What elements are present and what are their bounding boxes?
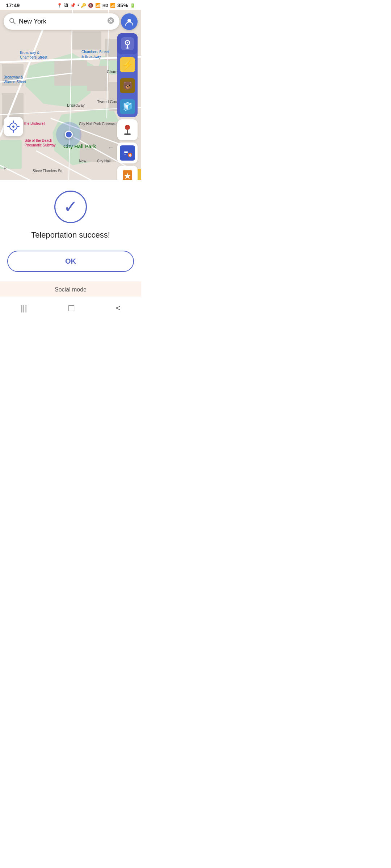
map-label-broadway-chambers: Broadway &Chambers Street <box>20 50 47 60</box>
user-icon <box>125 17 134 26</box>
ok-button[interactable]: OK <box>7 251 134 272</box>
pikachu-button[interactable]: ⚡ <box>117 54 138 75</box>
star-bookmark-icon <box>121 169 134 180</box>
svg-point-32 <box>126 47 129 49</box>
dot-status-icon: • <box>77 3 79 8</box>
location-status-icon: 📍 <box>57 3 62 8</box>
map-label-broadway-warren: Broadway &Warren Street <box>4 75 26 84</box>
map-label-new: New <box>79 159 86 163</box>
arrow-icon: ← <box>108 144 114 152</box>
svg-point-31 <box>127 42 128 43</box>
nav-menu-button[interactable]: ||| <box>13 301 34 315</box>
teleport-button[interactable] <box>117 33 138 54</box>
report-icon: ⏰ <box>120 145 135 161</box>
nav-bar: ||| □ < <box>0 297 141 319</box>
nav-back-button[interactable]: < <box>109 301 128 315</box>
map-label-city-hall: City Hall <box>97 159 110 163</box>
battery-text: 35% <box>117 2 128 8</box>
svg-rect-38 <box>124 152 128 153</box>
sidebar-apps-group: ⚡ 🐻 🧊 <box>117 33 138 117</box>
social-mode-label: Social mode <box>55 286 87 293</box>
crosshair-button[interactable] <box>4 117 23 136</box>
location-dot <box>65 131 73 139</box>
star-button[interactable] <box>117 166 138 180</box>
battery-icon: 🔋 <box>130 3 135 8</box>
svg-rect-35 <box>124 133 131 135</box>
hd-status-icon: HD <box>102 3 108 8</box>
wifi-status-icon: 📶 <box>95 3 101 8</box>
signal-status-icon: 📶 <box>110 3 115 8</box>
map-label-greenway: City Hall Park Greenway <box>79 122 118 126</box>
crosshair-icon <box>7 120 20 133</box>
report-button[interactable]: ⏰ <box>117 142 138 163</box>
game3-icon: 🧊 <box>120 99 135 114</box>
social-mode-bar[interactable]: Social mode <box>0 281 141 297</box>
svg-rect-3 <box>0 140 22 169</box>
map-label-bridewell: The Bridewell <box>23 121 45 126</box>
bottom-sheet: ✓ Teleportation success! OK <box>0 180 141 281</box>
svg-text:⏰: ⏰ <box>128 153 133 157</box>
search-icon <box>9 17 16 26</box>
location-ripple <box>56 122 81 147</box>
map-label-steve1: Steve Flanders Sq <box>33 169 62 173</box>
success-title: Teleportation success! <box>7 230 134 240</box>
map-container[interactable]: New York <box>0 10 141 180</box>
avatar-button[interactable] <box>121 13 138 30</box>
nav-home-button[interactable]: □ <box>61 300 81 316</box>
sidebar-buttons: ⚡ 🐻 🧊 <box>117 33 138 180</box>
pikachu-icon: ⚡ <box>120 57 135 72</box>
map-label-broadway: Broadway <box>67 103 85 107</box>
game2-button[interactable]: 🐻 <box>117 75 138 96</box>
key-status-icon: 🔑 <box>81 3 86 8</box>
svg-point-33 <box>125 125 130 130</box>
game2-icon: 🐻 <box>120 78 135 93</box>
map-label-chambers-broadway: Chambers Street& Broadway <box>81 50 109 59</box>
location-marker <box>56 122 81 147</box>
location-pin-icon <box>121 37 134 50</box>
svg-rect-5 <box>72 31 101 50</box>
success-circle: ✓ <box>54 191 87 223</box>
svg-line-24 <box>13 22 15 24</box>
joystick-button[interactable] <box>117 119 138 140</box>
checkmark-icon: ✓ <box>63 198 78 216</box>
map-label-pneumatic: Site of the BeachPneumatic Subway <box>25 138 56 148</box>
status-bar: 17:49 📍 🖼 📌 • 🔑 🔇 📶 HD 📶 35% 🔋 <box>0 0 141 10</box>
svg-point-45 <box>12 125 14 128</box>
pin-status-icon: 📌 <box>70 3 76 8</box>
status-time: 17:49 <box>6 2 20 8</box>
search-clear-button[interactable] <box>107 17 114 26</box>
search-bar[interactable]: New York <box>4 13 119 30</box>
svg-rect-37 <box>124 151 128 152</box>
search-input[interactable]: New York <box>19 18 107 25</box>
mute-status-icon: 🔇 <box>88 3 93 8</box>
svg-rect-8 <box>87 66 109 91</box>
joystick-icon <box>121 123 134 137</box>
svg-rect-39 <box>124 154 126 154</box>
map-label-parking: P <box>4 166 7 171</box>
game3-button[interactable]: 🧊 <box>117 96 138 117</box>
status-icons: 📍 🖼 📌 • 🔑 🔇 📶 HD 📶 35% 🔋 <box>57 2 135 8</box>
gallery-status-icon: 🖼 <box>64 3 68 8</box>
